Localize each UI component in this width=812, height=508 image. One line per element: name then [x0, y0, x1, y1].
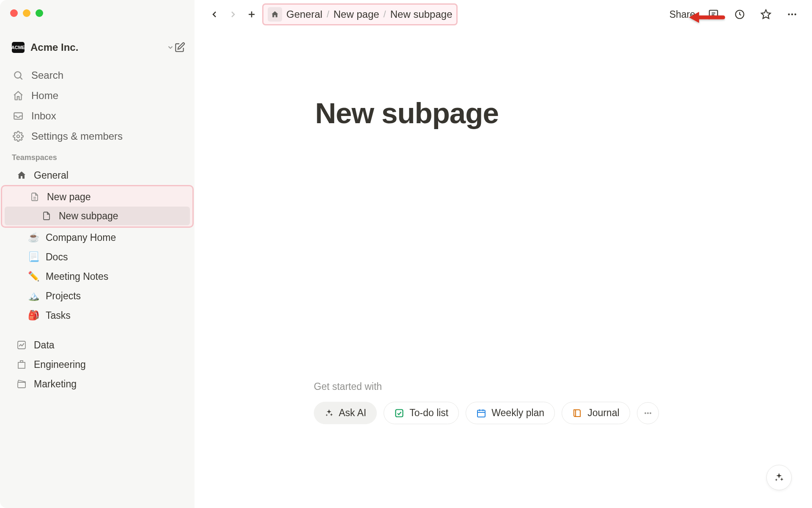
chevron-down-icon [167, 44, 174, 51]
sidebar: ACME Acme Inc. Search Home Inb [0, 0, 195, 508]
page-title[interactable]: New subpage [315, 97, 812, 130]
tree-item-label: Docs [46, 251, 68, 263]
search-icon [12, 69, 25, 82]
forward-button[interactable] [225, 6, 241, 22]
starter-chip-weekly-plan[interactable]: Weekly plan [466, 402, 555, 424]
svg-rect-6 [18, 362, 25, 368]
new-tab-button[interactable] [244, 6, 260, 22]
svg-point-23 [794, 14, 796, 15]
sidebar-item-settings[interactable]: Settings & members [0, 127, 195, 146]
gear-icon [12, 130, 25, 143]
tree-item-label: General [34, 170, 69, 181]
sidebar-item-label: Settings & members [31, 130, 123, 142]
tree-item-marketing[interactable]: Marketing [3, 375, 191, 393]
tree-item-label: Marketing [34, 378, 77, 390]
main-content: General / New page / New subpage Share [195, 0, 812, 508]
workspace-icon: ACME [12, 42, 25, 53]
starter-chip-ask-ai[interactable]: Ask AI [314, 402, 377, 424]
tree-item-meeting-notes[interactable]: ✏️ Meeting Notes [3, 267, 191, 286]
workspace-switcher[interactable]: ACME Acme Inc. [0, 37, 195, 58]
favorite-button[interactable] [758, 6, 774, 22]
breadcrumb-item[interactable]: General [286, 8, 322, 20]
breadcrumb-separator: / [384, 9, 386, 20]
svg-point-21 [788, 14, 790, 15]
maximize-window-button[interactable] [36, 9, 43, 17]
tree-item-label: New page [47, 191, 91, 203]
sidebar-item-label: Inbox [31, 110, 56, 122]
starter-chip-todo[interactable]: To-do list [384, 402, 459, 424]
tree-item-docs[interactable]: 📃 Docs [3, 248, 191, 266]
window-traffic-lights[interactable] [10, 9, 43, 17]
minimize-window-button[interactable] [23, 9, 30, 17]
breadcrumb-home-icon[interactable] [268, 7, 282, 22]
svg-point-32 [645, 412, 646, 414]
updates-button[interactable] [732, 6, 748, 22]
sidebar-item-inbox[interactable]: Inbox [0, 106, 195, 126]
close-window-button[interactable] [10, 9, 18, 17]
tree-item-company-home[interactable]: ☕ Company Home [3, 228, 191, 247]
svg-point-0 [14, 72, 21, 78]
home-icon [12, 89, 25, 102]
sidebar-item-label: Home [31, 90, 58, 102]
breadcrumb-item[interactable]: New subpage [390, 8, 453, 20]
share-button[interactable]: Share [669, 9, 695, 20]
emoji-icon: 🏔️ [27, 290, 40, 302]
svg-point-33 [647, 412, 649, 414]
tree-item-label: Tasks [46, 310, 71, 321]
tree-item-engineering[interactable]: Engineering [3, 355, 191, 374]
tree-item-label: Company Home [46, 232, 116, 243]
tree-item-label: Meeting Notes [46, 271, 108, 282]
chip-label: To-do list [409, 407, 448, 419]
starter-label: Get started with [314, 381, 659, 392]
checkbox-icon [394, 408, 404, 418]
sidebar-item-home[interactable]: Home [0, 86, 195, 105]
emoji-icon: 📃 [27, 251, 40, 263]
svg-marker-20 [761, 10, 771, 19]
ai-fab-button[interactable] [766, 465, 792, 490]
page-icon [28, 190, 41, 203]
tree-item-tasks[interactable]: 🎒 Tasks [3, 306, 191, 325]
tree-item-label: Data [34, 340, 55, 351]
svg-rect-26 [396, 409, 403, 417]
svg-point-34 [650, 412, 651, 414]
breadcrumb-item[interactable]: New page [334, 8, 379, 20]
book-icon [572, 408, 582, 418]
svg-rect-27 [477, 410, 485, 417]
house-icon [15, 169, 28, 182]
tree-item-general[interactable]: General [3, 166, 191, 185]
chip-label: Ask AI [339, 407, 366, 419]
chip-label: Journal [587, 407, 619, 419]
clapboard-icon [15, 378, 28, 390]
chip-label: Weekly plan [491, 407, 544, 419]
tree-item-label: New subpage [59, 210, 118, 222]
starter-more-button[interactable] [637, 402, 659, 424]
new-page-button[interactable] [174, 42, 185, 53]
tree-item-projects[interactable]: 🏔️ Projects [3, 287, 191, 305]
starter-chip-journal[interactable]: Journal [562, 402, 630, 424]
sparkle-icon [324, 409, 334, 418]
page-icon [40, 210, 53, 222]
tree-item-new-subpage[interactable]: New subpage [5, 207, 190, 225]
tree-item-new-page[interactable]: New page [5, 188, 190, 206]
svg-point-22 [791, 14, 793, 15]
more-options-button[interactable] [784, 6, 800, 22]
calendar-icon [476, 408, 486, 418]
emoji-icon: 🎒 [27, 309, 40, 322]
sidebar-item-label: Search [31, 69, 63, 81]
svg-rect-14 [18, 382, 25, 388]
highlighted-tree-group: New page New subpage [1, 185, 194, 228]
inbox-icon [12, 110, 25, 122]
comments-button[interactable] [705, 6, 721, 22]
back-button[interactable] [206, 6, 222, 22]
emoji-icon: ✏️ [27, 270, 40, 283]
svg-line-1 [20, 77, 22, 80]
sidebar-item-search[interactable]: Search [0, 66, 195, 85]
svg-point-2 [17, 135, 20, 138]
tree-item-data[interactable]: Data [3, 336, 191, 354]
svg-rect-7 [20, 361, 23, 362]
section-label-teamspaces: Teamspaces [0, 146, 195, 166]
emoji-icon: ☕ [27, 231, 40, 244]
workspace-name: Acme Inc. [30, 41, 162, 53]
tree-item-label: Engineering [34, 359, 86, 370]
building-icon [15, 358, 28, 371]
